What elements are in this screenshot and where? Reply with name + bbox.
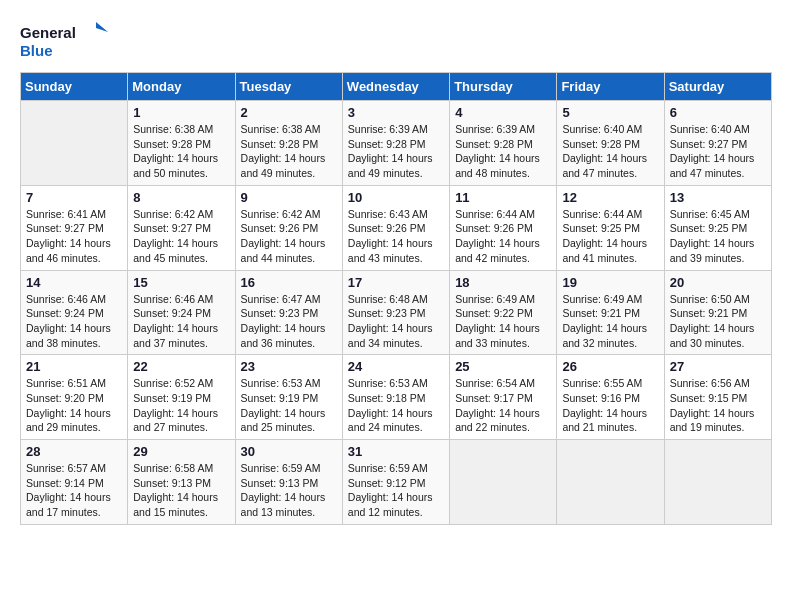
day-info: Sunrise: 6:49 AMSunset: 9:21 PMDaylight:… [562, 292, 658, 351]
day-info: Sunrise: 6:42 AMSunset: 9:27 PMDaylight:… [133, 207, 229, 266]
day-info: Sunrise: 6:38 AMSunset: 9:28 PMDaylight:… [241, 122, 337, 181]
logo-svg: General Blue [20, 20, 110, 62]
day-info: Sunrise: 6:58 AMSunset: 9:13 PMDaylight:… [133, 461, 229, 520]
day-info: Sunrise: 6:42 AMSunset: 9:26 PMDaylight:… [241, 207, 337, 266]
calendar-week-row: 28Sunrise: 6:57 AMSunset: 9:14 PMDayligh… [21, 440, 772, 525]
day-info: Sunrise: 6:47 AMSunset: 9:23 PMDaylight:… [241, 292, 337, 351]
day-number: 9 [241, 190, 337, 205]
calendar-cell: 14Sunrise: 6:46 AMSunset: 9:24 PMDayligh… [21, 270, 128, 355]
calendar-cell: 1Sunrise: 6:38 AMSunset: 9:28 PMDaylight… [128, 101, 235, 186]
calendar-cell: 17Sunrise: 6:48 AMSunset: 9:23 PMDayligh… [342, 270, 449, 355]
calendar-cell [664, 440, 771, 525]
calendar-cell: 27Sunrise: 6:56 AMSunset: 9:15 PMDayligh… [664, 355, 771, 440]
calendar-cell: 6Sunrise: 6:40 AMSunset: 9:27 PMDaylight… [664, 101, 771, 186]
calendar-cell: 30Sunrise: 6:59 AMSunset: 9:13 PMDayligh… [235, 440, 342, 525]
logo: General Blue [20, 20, 110, 62]
weekday-header: Wednesday [342, 73, 449, 101]
calendar-cell [21, 101, 128, 186]
day-number: 1 [133, 105, 229, 120]
calendar-cell: 7Sunrise: 6:41 AMSunset: 9:27 PMDaylight… [21, 185, 128, 270]
calendar-cell: 25Sunrise: 6:54 AMSunset: 9:17 PMDayligh… [450, 355, 557, 440]
day-number: 25 [455, 359, 551, 374]
day-number: 3 [348, 105, 444, 120]
calendar-cell: 26Sunrise: 6:55 AMSunset: 9:16 PMDayligh… [557, 355, 664, 440]
calendar-cell: 20Sunrise: 6:50 AMSunset: 9:21 PMDayligh… [664, 270, 771, 355]
day-info: Sunrise: 6:40 AMSunset: 9:27 PMDaylight:… [670, 122, 766, 181]
calendar-week-row: 1Sunrise: 6:38 AMSunset: 9:28 PMDaylight… [21, 101, 772, 186]
day-number: 19 [562, 275, 658, 290]
day-info: Sunrise: 6:40 AMSunset: 9:28 PMDaylight:… [562, 122, 658, 181]
calendar-cell: 15Sunrise: 6:46 AMSunset: 9:24 PMDayligh… [128, 270, 235, 355]
day-number: 23 [241, 359, 337, 374]
calendar-cell: 4Sunrise: 6:39 AMSunset: 9:28 PMDaylight… [450, 101, 557, 186]
day-info: Sunrise: 6:44 AMSunset: 9:26 PMDaylight:… [455, 207, 551, 266]
weekday-header: Tuesday [235, 73, 342, 101]
day-info: Sunrise: 6:56 AMSunset: 9:15 PMDaylight:… [670, 376, 766, 435]
day-info: Sunrise: 6:43 AMSunset: 9:26 PMDaylight:… [348, 207, 444, 266]
day-info: Sunrise: 6:55 AMSunset: 9:16 PMDaylight:… [562, 376, 658, 435]
calendar-cell: 5Sunrise: 6:40 AMSunset: 9:28 PMDaylight… [557, 101, 664, 186]
calendar-cell: 19Sunrise: 6:49 AMSunset: 9:21 PMDayligh… [557, 270, 664, 355]
calendar-week-row: 7Sunrise: 6:41 AMSunset: 9:27 PMDaylight… [21, 185, 772, 270]
day-number: 31 [348, 444, 444, 459]
day-info: Sunrise: 6:41 AMSunset: 9:27 PMDaylight:… [26, 207, 122, 266]
day-info: Sunrise: 6:50 AMSunset: 9:21 PMDaylight:… [670, 292, 766, 351]
day-info: Sunrise: 6:57 AMSunset: 9:14 PMDaylight:… [26, 461, 122, 520]
weekday-header-row: SundayMondayTuesdayWednesdayThursdayFrid… [21, 73, 772, 101]
calendar-cell: 3Sunrise: 6:39 AMSunset: 9:28 PMDaylight… [342, 101, 449, 186]
day-number: 26 [562, 359, 658, 374]
day-number: 30 [241, 444, 337, 459]
day-info: Sunrise: 6:59 AMSunset: 9:12 PMDaylight:… [348, 461, 444, 520]
day-info: Sunrise: 6:44 AMSunset: 9:25 PMDaylight:… [562, 207, 658, 266]
calendar-cell [450, 440, 557, 525]
day-number: 29 [133, 444, 229, 459]
day-info: Sunrise: 6:39 AMSunset: 9:28 PMDaylight:… [348, 122, 444, 181]
day-info: Sunrise: 6:48 AMSunset: 9:23 PMDaylight:… [348, 292, 444, 351]
day-info: Sunrise: 6:45 AMSunset: 9:25 PMDaylight:… [670, 207, 766, 266]
weekday-header: Monday [128, 73, 235, 101]
day-number: 22 [133, 359, 229, 374]
day-info: Sunrise: 6:53 AMSunset: 9:19 PMDaylight:… [241, 376, 337, 435]
weekday-header: Sunday [21, 73, 128, 101]
day-number: 28 [26, 444, 122, 459]
page-header: General Blue [20, 20, 772, 62]
day-info: Sunrise: 6:52 AMSunset: 9:19 PMDaylight:… [133, 376, 229, 435]
calendar-cell: 28Sunrise: 6:57 AMSunset: 9:14 PMDayligh… [21, 440, 128, 525]
day-number: 15 [133, 275, 229, 290]
day-number: 4 [455, 105, 551, 120]
day-info: Sunrise: 6:46 AMSunset: 9:24 PMDaylight:… [26, 292, 122, 351]
day-info: Sunrise: 6:49 AMSunset: 9:22 PMDaylight:… [455, 292, 551, 351]
day-info: Sunrise: 6:39 AMSunset: 9:28 PMDaylight:… [455, 122, 551, 181]
calendar-cell: 18Sunrise: 6:49 AMSunset: 9:22 PMDayligh… [450, 270, 557, 355]
day-number: 27 [670, 359, 766, 374]
weekday-header: Friday [557, 73, 664, 101]
calendar-cell: 12Sunrise: 6:44 AMSunset: 9:25 PMDayligh… [557, 185, 664, 270]
day-number: 14 [26, 275, 122, 290]
calendar-cell [557, 440, 664, 525]
day-number: 10 [348, 190, 444, 205]
calendar-cell: 9Sunrise: 6:42 AMSunset: 9:26 PMDaylight… [235, 185, 342, 270]
calendar-week-row: 21Sunrise: 6:51 AMSunset: 9:20 PMDayligh… [21, 355, 772, 440]
calendar-cell: 23Sunrise: 6:53 AMSunset: 9:19 PMDayligh… [235, 355, 342, 440]
day-number: 5 [562, 105, 658, 120]
day-info: Sunrise: 6:38 AMSunset: 9:28 PMDaylight:… [133, 122, 229, 181]
day-number: 17 [348, 275, 444, 290]
calendar-cell: 22Sunrise: 6:52 AMSunset: 9:19 PMDayligh… [128, 355, 235, 440]
day-number: 8 [133, 190, 229, 205]
day-number: 6 [670, 105, 766, 120]
calendar-cell: 8Sunrise: 6:42 AMSunset: 9:27 PMDaylight… [128, 185, 235, 270]
weekday-header: Thursday [450, 73, 557, 101]
day-number: 2 [241, 105, 337, 120]
calendar-cell: 11Sunrise: 6:44 AMSunset: 9:26 PMDayligh… [450, 185, 557, 270]
day-number: 16 [241, 275, 337, 290]
day-info: Sunrise: 6:51 AMSunset: 9:20 PMDaylight:… [26, 376, 122, 435]
svg-marker-1 [96, 22, 108, 32]
weekday-header: Saturday [664, 73, 771, 101]
calendar-cell: 31Sunrise: 6:59 AMSunset: 9:12 PMDayligh… [342, 440, 449, 525]
day-number: 12 [562, 190, 658, 205]
day-number: 13 [670, 190, 766, 205]
calendar-week-row: 14Sunrise: 6:46 AMSunset: 9:24 PMDayligh… [21, 270, 772, 355]
day-number: 18 [455, 275, 551, 290]
day-info: Sunrise: 6:54 AMSunset: 9:17 PMDaylight:… [455, 376, 551, 435]
calendar-cell: 10Sunrise: 6:43 AMSunset: 9:26 PMDayligh… [342, 185, 449, 270]
